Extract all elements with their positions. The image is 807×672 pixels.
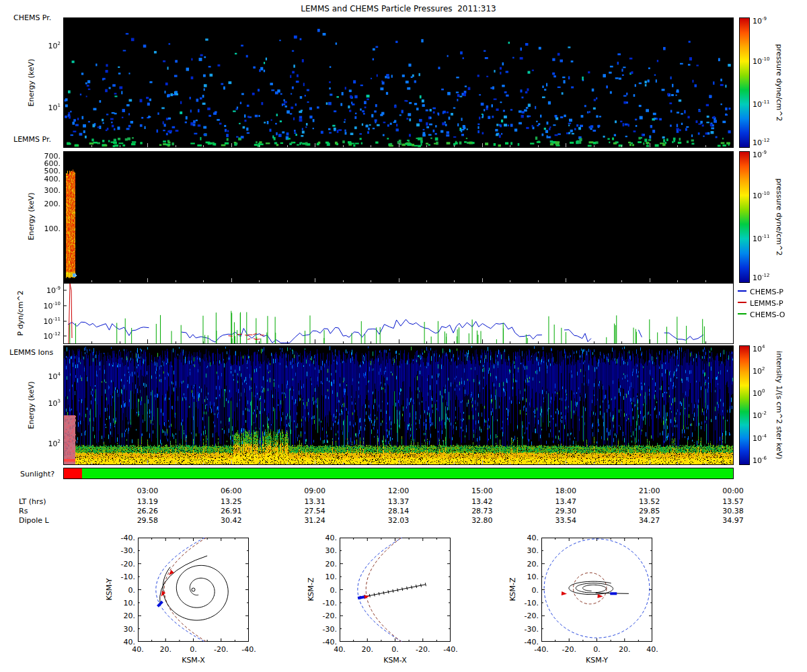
tick-label: 10-9 <box>46 286 61 295</box>
tick-label: 10-10 <box>753 191 769 200</box>
tick-label: 30.38 <box>722 507 744 515</box>
tick-label: 102 <box>48 439 61 448</box>
tick-label: 06:00 <box>221 487 242 495</box>
tick-label: 40. <box>325 534 338 542</box>
tick-label: 13.25 <box>221 497 242 506</box>
tick-label: 29.30 <box>555 507 577 515</box>
pressure-colorbar-mid <box>740 152 749 282</box>
tick-label: 29.85 <box>639 507 660 515</box>
tick-label: 18:00 <box>555 487 576 495</box>
tick-label: -30. <box>323 624 337 633</box>
tick-label: -40. <box>443 645 457 654</box>
tick-label: 100 <box>753 388 765 398</box>
sunlight-segment <box>64 468 82 478</box>
legend-item-chems-o: CHEMS-O <box>738 310 785 319</box>
tick-label: -40. <box>241 645 256 654</box>
tick-label: 10. <box>124 598 136 607</box>
sunlight-bar <box>64 468 733 478</box>
tick-label: 09:00 <box>304 487 325 495</box>
orbit-xy-canvas <box>138 538 249 642</box>
tick-label: -30. <box>525 624 539 633</box>
tick-label: 32.80 <box>471 516 493 525</box>
tick-label: 104 <box>48 372 61 381</box>
tick-label: 10. <box>527 573 539 581</box>
tick-label: 10. <box>325 573 338 581</box>
chems-spectrogram-canvas <box>64 18 733 147</box>
tick-label: 40. <box>527 534 539 542</box>
tick-label: 30. <box>124 624 136 633</box>
tick-label: 104 <box>753 344 765 353</box>
ions-panel-label: LEMMS Ions <box>9 348 53 357</box>
tick-label: 20. <box>160 645 172 654</box>
tick-label: 10-10 <box>753 56 769 66</box>
orbit-xz-canvas <box>340 538 451 642</box>
cb2-title: pressure dyne/cm^2 <box>775 179 783 256</box>
tick-label: 20. <box>619 645 631 654</box>
tick-label: 00:00 <box>722 487 744 495</box>
ephemeris-label-rs: Rs <box>19 507 28 515</box>
tick-label: 40. <box>646 645 658 654</box>
tick-label: -20. <box>416 645 430 654</box>
ions-spectrogram-canvas <box>64 346 733 464</box>
pressure-lines-canvas <box>64 284 733 343</box>
lemms-p-line-swatch <box>738 302 746 303</box>
pressure-colorbar-top <box>740 18 749 147</box>
tick-label: 29.58 <box>137 516 159 525</box>
tick-label: 20. <box>362 645 374 654</box>
tick-label: 0. <box>330 585 338 594</box>
tick-label: 27.54 <box>304 507 325 515</box>
legend-label-chems-o: CHEMS-O <box>750 310 785 319</box>
tick-label: 13.19 <box>137 497 159 506</box>
tick-label: 13.47 <box>555 497 577 506</box>
cassini-particle-pressure-figure: LEMMS and CHEMS Particle Pressures 2011:… <box>0 0 807 672</box>
tick-label: 101 <box>48 103 61 112</box>
tick-label: 13.52 <box>639 497 660 506</box>
tick-label: 10-11 <box>753 235 769 244</box>
tick-label: -10. <box>323 598 337 607</box>
tick-label: 20. <box>527 559 539 568</box>
tick-label: -10. <box>121 573 135 581</box>
chems-panel-label: CHEMS Pr. <box>13 13 51 22</box>
ions-ylabel: Energy (keV) <box>27 382 36 429</box>
tick-label: 20. <box>325 559 338 568</box>
tick-label: 400. <box>44 174 61 183</box>
tick-label: 10-12 <box>44 331 61 341</box>
tick-label: 03:00 <box>137 487 159 495</box>
tick-label: 21:00 <box>639 487 660 495</box>
tick-label: 34.97 <box>722 516 744 525</box>
tick-label: 15:00 <box>471 487 493 495</box>
tick-label: 10-11 <box>44 317 61 326</box>
legend-item-chems-p: CHEMS-P <box>738 288 783 296</box>
tick-label: 10-4 <box>753 433 767 443</box>
lemms-spectrogram-canvas <box>64 152 733 282</box>
intensity-colorbar <box>740 346 749 464</box>
sunlight-segment <box>82 468 733 478</box>
tick-label: 13.31 <box>304 497 325 506</box>
ephemeris-label-lt: LT (hrs) <box>19 497 46 506</box>
tick-label: 13.57 <box>722 497 744 506</box>
tick-label: 30. <box>527 546 539 555</box>
tick-label: 40. <box>334 645 346 654</box>
orbit-xz-xlabel: KSM-X <box>340 656 451 665</box>
orbit-yz-ylabel: KSM-Z <box>508 577 517 601</box>
pressure-ylabel: P dyn/cm^2 <box>16 290 25 335</box>
lemms-ylabel: Energy (keV) <box>27 193 36 241</box>
sunlight-label: Sunlight? <box>20 470 54 478</box>
tick-label: 34.27 <box>639 516 660 525</box>
tick-label: 26.26 <box>137 507 159 515</box>
tick-label: 10-9 <box>753 16 767 26</box>
tick-label: 20. <box>124 612 136 620</box>
tick-label: 10-11 <box>753 99 769 109</box>
tick-label: 31.24 <box>304 516 325 525</box>
tick-label: 102 <box>753 366 765 376</box>
tick-label: 300. <box>44 186 61 195</box>
tick-label: 100. <box>44 224 61 233</box>
orbit-yz-canvas <box>541 538 652 642</box>
tick-label: 0. <box>128 585 136 594</box>
cb1-title: pressure dyne/cm^2 <box>775 44 783 122</box>
ephemeris-label-dipole: Dipole L <box>19 516 49 525</box>
tick-label: 200. <box>44 200 61 208</box>
tick-label: 10-2 <box>753 411 767 420</box>
tick-label: 102 <box>48 41 61 50</box>
orbit-yz-xlabel: KSM-Y <box>541 656 652 665</box>
